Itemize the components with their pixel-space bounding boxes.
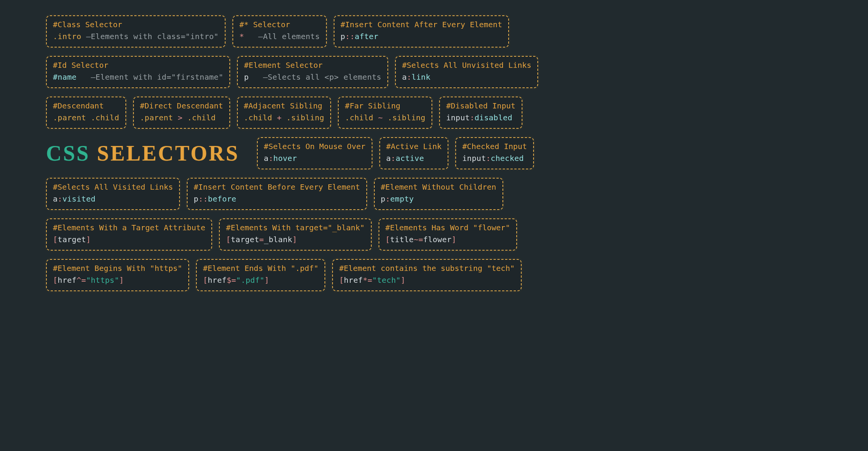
- card-attr-href-start: #Element Begins With "https" [href^="htt…: [46, 259, 189, 291]
- card-title: #Elements Has Word "flower": [385, 223, 510, 232]
- card-title: #Elements With a Target Attribute: [53, 223, 205, 232]
- card-title: #Elements With target="_blank": [226, 223, 364, 232]
- card-title: #Descendant: [53, 101, 119, 110]
- card-title: #Insert Content Before Every Element: [194, 182, 360, 192]
- card-title: #Adjacent Sibling: [244, 101, 324, 110]
- card-far-sibling: #Far Sibling .child ~ .sibling: [338, 97, 432, 129]
- card-attr-target-blank: #Elements With target="_blank" [target=_…: [219, 218, 371, 251]
- card-body: p::before: [194, 194, 360, 204]
- card-body: .intro –Elements with class="intro": [53, 31, 219, 41]
- card-hover: #Selects On Mouse Over a:hover: [257, 137, 372, 169]
- card-body: #name –Element with id="firstname": [53, 72, 223, 82]
- card-body: [target]: [53, 235, 205, 244]
- card-body: * –All elements: [239, 31, 320, 41]
- card-body: .child ~ .sibling: [345, 113, 425, 123]
- card-before: #Insert Content Before Every Element p::…: [187, 178, 367, 210]
- card-attr-href-end: #Element Ends With ".pdf" [href$=".pdf"]: [196, 259, 325, 291]
- card-after: #Insert Content After Every Element p::a…: [334, 15, 509, 48]
- card-class-selector: #Class Selector .intro –Elements with cl…: [46, 15, 226, 48]
- card-body: a:visited: [53, 194, 173, 204]
- headline-css: CSS: [46, 141, 90, 166]
- card-attr-target: #Elements With a Target Attribute [targe…: [46, 218, 212, 251]
- card-title: #Id Selector: [53, 61, 223, 70]
- card-direct-descendant: #Direct Descendant .parent > .child: [133, 97, 230, 129]
- card-adjacent-sibling: #Adjacent Sibling .child + .sibling: [237, 97, 331, 129]
- card-title: #Checked Input: [462, 142, 527, 151]
- card-title: #Selects On Mouse Over: [264, 142, 366, 151]
- card-body: p –Selects all <p> elements: [244, 72, 381, 82]
- headline-selectors: SELECTORS: [97, 141, 239, 166]
- row-6: #Elements With a Target Attribute [targe…: [46, 218, 822, 251]
- card-descendant: #Descendant .parent .child: [46, 97, 126, 129]
- card-body: [href$=".pdf"]: [203, 275, 318, 285]
- card-body: p:empty: [381, 194, 496, 204]
- row-3: #Descendant .parent .child #Direct Desce…: [46, 97, 822, 129]
- card-title: #Element Begins With "https": [53, 264, 182, 273]
- row-5: #Selects All Visited Links a:visited #In…: [46, 178, 822, 210]
- card-title: #Element contains the substring "tech": [339, 264, 515, 273]
- card-body: .parent .child: [53, 113, 119, 123]
- card-title: #Class Selector: [53, 20, 219, 29]
- row-2: #Id Selector #name –Element with id="fir…: [46, 56, 822, 88]
- card-disabled: #Disabled Input input:disabled: [439, 97, 522, 129]
- card-body: [target=_blank]: [226, 235, 364, 244]
- card-title: #Far Sibling: [345, 101, 425, 110]
- card-star-selector: #* Selector * –All elements: [232, 15, 327, 48]
- card-body: [href^="https"]: [53, 275, 182, 285]
- card-body: input:checked: [462, 153, 527, 163]
- card-body: .parent > .child: [140, 113, 223, 123]
- card-title: #Element Ends With ".pdf": [203, 264, 318, 273]
- card-attr-title-word: #Elements Has Word "flower" [title~=flow…: [379, 218, 517, 251]
- card-attr-href-contains: #Element contains the substring "tech" […: [332, 259, 522, 291]
- card-body: [title~=flower]: [385, 235, 510, 244]
- row-1: #Class Selector .intro –Elements with cl…: [46, 15, 822, 48]
- card-body: a:link: [402, 72, 531, 82]
- card-id-selector: #Id Selector #name –Element with id="fir…: [46, 56, 230, 88]
- card-body: a:active: [386, 153, 442, 163]
- card-empty: #Element Without Children p:empty: [374, 178, 503, 210]
- card-body: input:disabled: [446, 113, 516, 123]
- card-title: #Insert Content After Every Element: [341, 20, 502, 29]
- card-body: [href*="tech"]: [339, 275, 515, 285]
- card-title: #Element Selector: [244, 61, 381, 70]
- card-body: a:hover: [264, 153, 366, 163]
- card-body: p::after: [341, 31, 502, 41]
- card-active: #Active Link a:active: [379, 137, 449, 169]
- card-title: #Element Without Children: [381, 182, 496, 192]
- card-title: #Direct Descendant: [140, 101, 223, 110]
- row-4: CSS SELECTORS #Selects On Mouse Over a:h…: [46, 137, 822, 169]
- card-title: #* Selector: [239, 20, 320, 29]
- card-title: #Selects All Visited Links: [53, 182, 173, 192]
- card-element-selector: #Element Selector p –Selects all <p> ele…: [237, 56, 388, 88]
- card-title: #Disabled Input: [446, 101, 516, 110]
- card-title: #Selects All Unvisited Links: [402, 61, 531, 70]
- card-body: .child + .sibling: [244, 113, 324, 123]
- card-link: #Selects All Unvisited Links a:link: [395, 56, 538, 88]
- page-headline: CSS SELECTORS: [46, 137, 239, 169]
- card-checked: #Checked Input input:checked: [455, 137, 534, 169]
- card-visited: #Selects All Visited Links a:visited: [46, 178, 180, 210]
- row-7: #Element Begins With "https" [href^="htt…: [46, 259, 822, 291]
- card-title: #Active Link: [386, 142, 442, 151]
